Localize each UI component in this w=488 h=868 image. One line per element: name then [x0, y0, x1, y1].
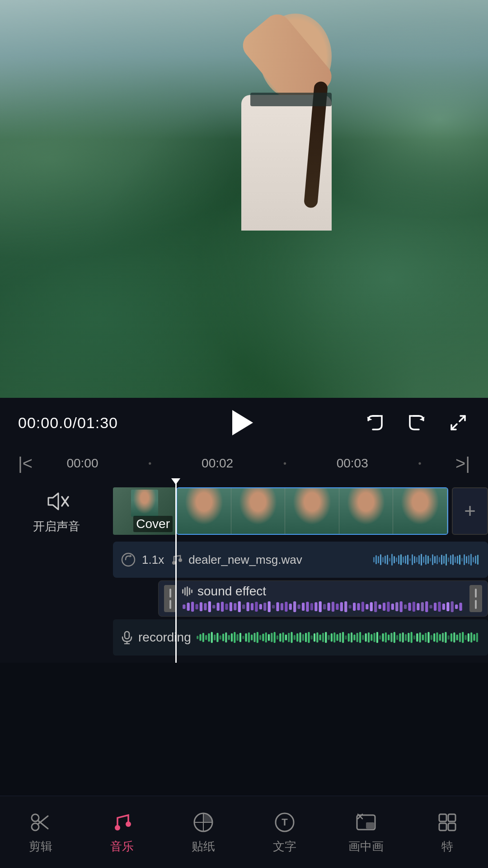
svg-text:T: T	[282, 816, 288, 828]
svg-rect-105	[378, 604, 381, 609]
nav-label-text: 文字	[273, 839, 296, 854]
svg-rect-219	[456, 634, 458, 640]
recording-waveform	[196, 631, 481, 644]
nav-item-music[interactable]: 音乐	[95, 810, 149, 854]
svg-rect-47	[464, 554, 465, 565]
svg-rect-15	[391, 554, 393, 566]
svg-rect-179	[342, 632, 344, 643]
recording-track[interactable]: recording	[113, 619, 488, 656]
ruler-dot-2: •	[418, 458, 422, 469]
svg-rect-125	[125, 632, 129, 639]
svg-rect-77	[259, 604, 262, 609]
svg-rect-26	[416, 557, 418, 562]
svg-rect-143	[239, 633, 241, 642]
video-clips-strip[interactable]	[176, 487, 448, 535]
svg-rect-142	[236, 634, 238, 641]
svg-rect-25	[414, 556, 415, 563]
svg-rect-129	[199, 634, 201, 641]
ruler-time-1: 00:02	[202, 456, 233, 471]
svg-rect-70	[230, 602, 232, 611]
svg-rect-161	[291, 632, 292, 643]
svg-rect-205	[416, 633, 418, 642]
svg-rect-88	[306, 602, 309, 612]
timeline-start-button[interactable]: |<	[9, 454, 42, 473]
svg-rect-27	[418, 555, 420, 564]
sound-effect-track[interactable]: sound effect	[158, 580, 488, 617]
svg-rect-152	[265, 632, 267, 643]
svg-rect-198	[396, 635, 398, 640]
svg-rect-242	[439, 814, 446, 821]
svg-rect-92	[323, 604, 326, 609]
svg-rect-137	[222, 634, 224, 642]
svg-rect-21	[405, 556, 406, 564]
svg-rect-82	[281, 603, 283, 610]
svg-rect-138	[225, 632, 227, 643]
svg-rect-153	[268, 634, 270, 641]
svg-rect-186	[362, 635, 364, 640]
scissors-icon	[28, 810, 53, 835]
svg-rect-72	[238, 601, 241, 612]
nav-item-special[interactable]: 特	[420, 810, 474, 854]
svg-rect-213	[439, 634, 441, 641]
add-clip-button[interactable]: +	[452, 487, 488, 535]
svg-rect-106	[383, 603, 385, 611]
svg-rect-84	[289, 604, 292, 610]
svg-point-231	[115, 825, 120, 830]
svg-rect-98	[349, 605, 352, 609]
svg-rect-197	[393, 632, 395, 643]
timeline-area: |< 00:00 • 00:02 • 00:03 • >|	[0, 448, 488, 663]
timeline-end-button[interactable]: >|	[446, 454, 479, 473]
svg-rect-120	[442, 604, 445, 610]
svg-rect-20	[403, 557, 404, 563]
svg-rect-169	[314, 633, 315, 642]
ruler-time-0: 00:00	[66, 456, 98, 471]
svg-rect-58	[191, 590, 192, 593]
svg-rect-133	[211, 632, 212, 643]
sound-effect-handle-right[interactable]	[469, 585, 482, 612]
mute-button[interactable]: 开启声音	[33, 488, 80, 534]
svg-rect-63	[200, 602, 202, 611]
svg-rect-119	[438, 602, 441, 612]
nav-item-pip[interactable]: 画中画	[339, 810, 393, 854]
svg-rect-192	[379, 635, 381, 639]
fullscreen-button[interactable]	[446, 411, 470, 434]
cover-label: Cover	[133, 516, 173, 532]
svg-rect-130	[202, 633, 204, 642]
svg-rect-181	[347, 633, 349, 642]
svg-rect-95	[336, 604, 338, 610]
music-track[interactable]: 1.1x dealer_new_msg.wav	[113, 542, 488, 578]
svg-rect-157	[279, 633, 281, 642]
svg-rect-123	[455, 604, 458, 609]
svg-rect-45	[459, 555, 460, 565]
nav-item-text[interactable]: T 文字	[258, 810, 312, 854]
svg-rect-199	[399, 633, 401, 642]
cover-block[interactable]: Cover	[113, 487, 176, 535]
svg-rect-114	[417, 603, 419, 610]
pip-icon	[353, 810, 379, 835]
svg-rect-245	[448, 823, 455, 830]
music-waveform	[372, 552, 481, 567]
undo-button[interactable]	[363, 411, 387, 434]
svg-rect-149	[256, 632, 258, 643]
svg-rect-203	[410, 632, 412, 643]
svg-rect-136	[219, 635, 221, 639]
svg-rect-35	[436, 555, 438, 564]
redo-button[interactable]	[405, 411, 428, 434]
svg-rect-31	[427, 556, 429, 564]
svg-rect-33	[432, 554, 433, 565]
svg-rect-17	[396, 557, 397, 562]
svg-rect-200	[402, 632, 404, 643]
svg-rect-175	[331, 633, 333, 642]
play-button[interactable]	[225, 407, 257, 439]
sound-effect-label: sound effect	[197, 584, 266, 599]
svg-rect-107	[387, 602, 389, 612]
svg-rect-8	[375, 555, 377, 564]
svg-rect-172	[322, 633, 324, 642]
svg-rect-117	[430, 605, 432, 609]
svg-rect-190	[373, 633, 375, 642]
svg-rect-29	[423, 557, 424, 563]
sound-effect-handle-left[interactable]	[164, 585, 177, 612]
svg-rect-109	[395, 602, 398, 611]
nav-item-edit[interactable]: 剪辑	[14, 810, 68, 854]
nav-item-sticker[interactable]: 贴纸	[176, 810, 230, 854]
